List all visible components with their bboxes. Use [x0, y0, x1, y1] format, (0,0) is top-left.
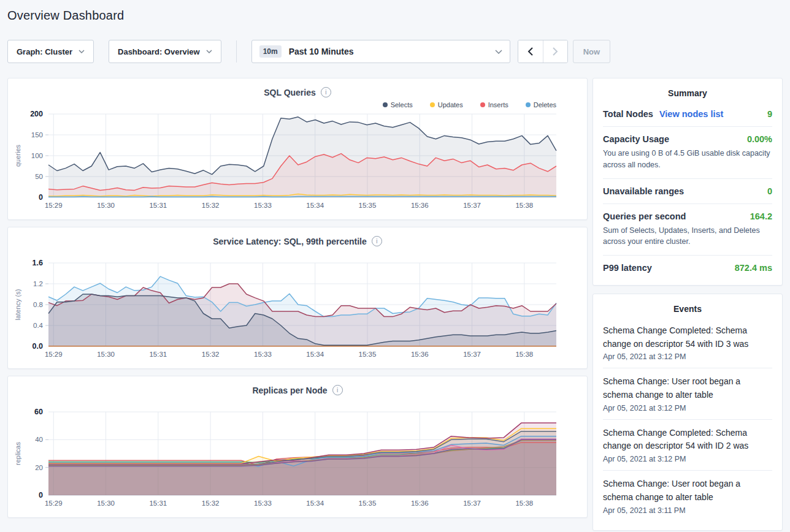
summary-item: Capacity Usage 0.00% You are using 0 B o…	[603, 127, 772, 179]
chart-title: Service Latency: SQL, 99th percentile	[213, 237, 367, 246]
legend-dot-icon	[480, 102, 485, 107]
event-message: Schema Change: User root began a schema …	[603, 375, 772, 401]
svg-text:0: 0	[39, 491, 43, 500]
svg-text:15:31: 15:31	[149, 202, 167, 209]
event-timestamp: Apr 05, 2021 at 3:12 PM	[603, 455, 772, 463]
info-icon[interactable]: i	[321, 87, 331, 97]
nodes-list-link[interactable]: View nodes list	[659, 109, 724, 119]
event-item: Schema Change Completed: Schema change o…	[603, 420, 772, 471]
next-range-button[interactable]	[543, 40, 567, 63]
svg-text:20: 20	[35, 464, 43, 471]
summary-row: Total Nodes View nodes list 9	[603, 109, 772, 119]
chevron-down-icon	[495, 50, 502, 54]
summary-label: P99 latency	[603, 263, 652, 273]
chevron-down-icon	[206, 50, 212, 53]
sidebar: Summary Total Nodes View nodes list 9 Ca…	[592, 78, 783, 531]
svg-text:latency (s): latency (s)	[14, 289, 21, 321]
legend-label: Deletes	[534, 101, 556, 108]
svg-text:15:32: 15:32	[202, 500, 220, 507]
summary-item: Queries per second 164.2 Sum of Selects,…	[603, 204, 772, 256]
svg-text:15:33: 15:33	[254, 500, 272, 507]
svg-text:15:37: 15:37	[463, 351, 481, 358]
summary-description: You are using 0 B of 4.5 GiB usable disk…	[603, 148, 772, 171]
chart-head: SQL Queries i	[8, 87, 587, 97]
svg-text:15:35: 15:35	[359, 500, 377, 507]
page-title: Overview Dashboard	[7, 9, 783, 23]
svg-text:15:33: 15:33	[254, 351, 272, 358]
svg-text:15:30: 15:30	[97, 202, 115, 209]
summary-row: Capacity Usage 0.00%	[603, 134, 772, 144]
dashboard-dropdown[interactable]: Dashboard: Overview	[109, 40, 221, 63]
legend-item[interactable]: Updates	[430, 101, 463, 108]
graph-dropdown[interactable]: Graph: Cluster	[7, 40, 94, 63]
svg-text:15:29: 15:29	[45, 500, 63, 507]
svg-text:15:34: 15:34	[306, 202, 324, 209]
chevron-right-icon	[552, 47, 558, 56]
summary-value: 0.00%	[747, 134, 772, 144]
svg-text:40: 40	[35, 436, 43, 443]
chart-title: SQL Queries	[264, 88, 316, 97]
svg-text:15:31: 15:31	[149, 500, 167, 507]
legend-item[interactable]: Selects	[383, 101, 413, 108]
chart-head: Replicas per Node i	[8, 385, 587, 395]
toolbar-divider	[236, 40, 237, 63]
summary-item: Total Nodes View nodes list 9	[603, 102, 772, 127]
svg-text:15:31: 15:31	[149, 351, 167, 358]
charts-column: SQL Queries i Selects Updates Inserts De…	[7, 78, 588, 518]
event-message: Schema Change Completed: Schema change o…	[603, 324, 772, 351]
chart-card-sql-queries: SQL Queries i Selects Updates Inserts De…	[7, 78, 588, 220]
events-list: Schema Change Completed: Schema change o…	[603, 317, 772, 522]
info-icon[interactable]: i	[332, 385, 343, 395]
chart-plot[interactable]: 020406015:2915:3015:3115:3215:3315:3415:…	[8, 408, 587, 511]
dashboard-dropdown-label: Dashboard: Overview	[118, 47, 200, 56]
chart-legend	[8, 248, 587, 259]
svg-text:200: 200	[30, 110, 43, 118]
legend-label: Inserts	[488, 101, 508, 108]
chart-legend: Selects Updates Inserts Deletes	[8, 99, 587, 110]
time-range-arrows	[518, 40, 568, 63]
svg-text:50: 50	[35, 173, 43, 180]
chart-head: Service Latency: SQL, 99th percentile i	[8, 236, 587, 246]
summary-label: Unavailable ranges	[603, 186, 684, 196]
summary-item: P99 latency 872.4 ms	[603, 256, 772, 276]
prev-range-button[interactable]	[518, 40, 543, 63]
summary-value: 164.2	[750, 211, 772, 221]
event-timestamp: Apr 05, 2021 at 3:12 PM	[603, 352, 772, 361]
svg-text:0.0: 0.0	[33, 342, 43, 351]
event-item: Schema Change Completed: Schema change o…	[603, 317, 772, 368]
now-button[interactable]: Now	[573, 40, 610, 63]
svg-text:1.6: 1.6	[33, 259, 43, 267]
event-item: Schema Change: User root began a schema …	[603, 368, 772, 419]
summary-row: Unavailable ranges 0	[603, 186, 772, 196]
svg-text:0.8: 0.8	[33, 301, 43, 308]
summary-description: Sum of Selects, Updates, Inserts, and De…	[603, 225, 772, 248]
svg-text:15:35: 15:35	[359, 202, 377, 209]
svg-text:60: 60	[34, 408, 43, 416]
svg-text:15:29: 15:29	[45, 351, 63, 358]
summary-label: Total Nodes	[603, 109, 653, 119]
chart-legend	[8, 397, 587, 408]
svg-text:15:38: 15:38	[515, 202, 533, 209]
summary-card: Summary Total Nodes View nodes list 9 Ca…	[592, 78, 783, 286]
info-icon[interactable]: i	[372, 236, 382, 246]
chart-title: Replicas per Node	[252, 386, 327, 395]
svg-text:15:34: 15:34	[306, 500, 324, 507]
chevron-left-icon	[527, 47, 534, 56]
legend-dot-icon	[430, 102, 435, 107]
chart-plot[interactable]: 05010015020015:2915:3015:3115:3215:3315:…	[8, 110, 587, 213]
summary-row: Queries per second 164.2	[603, 211, 772, 221]
events-card: Events Schema Change Completed: Schema c…	[592, 294, 783, 531]
summary-title: Summary	[603, 88, 772, 98]
svg-text:15:29: 15:29	[45, 202, 63, 209]
summary-value: 0	[767, 186, 772, 196]
chart-plot[interactable]: 0.00.40.81.21.615:2915:3015:3115:3215:33…	[8, 259, 587, 362]
chart-card-replicas-per-node: Replicas per Node i 020406015:2915:3015:…	[7, 376, 588, 518]
summary-label: Capacity Usage	[603, 134, 669, 144]
time-range-selector[interactable]: 10m Past 10 Minutes	[251, 40, 510, 63]
legend-item[interactable]: Inserts	[480, 101, 508, 108]
summary-value: 9	[767, 109, 772, 119]
summary-item: Unavailable ranges 0	[603, 179, 772, 204]
legend-item[interactable]: Deletes	[526, 101, 556, 108]
svg-text:15:32: 15:32	[202, 202, 220, 209]
event-timestamp: Apr 05, 2021 at 3:11 PM	[603, 506, 772, 515]
